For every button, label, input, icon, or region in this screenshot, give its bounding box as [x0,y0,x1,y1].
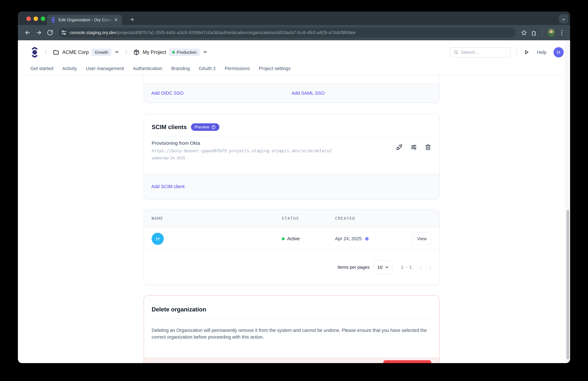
nav-item-user-management[interactable]: User management [86,65,124,72]
nav-item-authentication[interactable]: Authentication [133,65,162,72]
avatar-body [548,33,554,37]
address-bar[interactable]: console.staging.ory.dev/projects/d087b7a… [59,28,516,38]
sliders-icon [410,144,417,150]
delete-scim-client-button[interactable] [424,144,432,151]
nav-item-permissions[interactable]: Permissions [225,65,250,72]
row-avatar: H [152,233,164,245]
search-icon [453,50,459,55]
app-header: / ACME Corp Growth / My Project Producti… [18,40,570,64]
sso-card-footer: Add OIDC SSO Add SAML SSO [144,84,439,102]
chevron-down-icon [385,265,389,269]
nav-item-branding[interactable]: Branding [171,65,190,72]
plan-badge: Growth [92,49,111,56]
page-scrollbar[interactable] [565,40,570,363]
macos-close-button[interactable] [26,17,31,21]
scim-clients-card: SCIM clients Preview Provisioning from O… [144,114,440,199]
tab-close-icon[interactable]: ✕ [113,17,119,23]
table-row[interactable]: H Active Apr 24, 2025 View [144,228,439,250]
next-page-button[interactable]: › [429,264,431,270]
browser-profile-avatar[interactable] [547,28,555,37]
preview-badge[interactable]: Preview [191,123,219,131]
browser-window: Edit Organization - Ory Conso ✕ + ⌄ cons… [18,12,570,363]
nav-item-oauth2[interactable]: OAuth 2 [199,65,216,72]
organization-table-card: NAME STATUS CREATED H Active Apr 24, 202… [144,209,440,285]
play-icon [524,49,529,55]
reload-button[interactable] [44,27,56,38]
tab-title: Edit Organization - Ory Conso [59,17,113,22]
breadcrumb-separator: / [126,49,127,56]
workspace-switcher[interactable]: ACME Corp Growth [53,49,119,56]
scrollbar-thumb[interactable] [567,210,569,359]
pagination-row: Items per pages 10 1 - 1 ‹ › [144,250,439,284]
danger-card-footer: This action cannot be undone. Delete org… [144,358,439,363]
breadcrumb-separator: / [45,49,47,56]
scim-client-added-date: added Apr 24, 2025 [152,156,432,160]
workspace-name: ACME Corp [62,49,89,55]
add-oidc-sso-link[interactable]: Add OIDC SSO [151,90,183,96]
browser-menu-button[interactable]: ⋮ [558,27,566,38]
puzzle-icon [531,29,537,36]
nav-item-get-started[interactable]: Get started [30,65,53,72]
package-icon [133,49,140,56]
help-link[interactable]: Help [537,50,546,55]
project-nav: Get started Activity User management Aut… [18,64,570,75]
run-button[interactable] [523,48,530,56]
environment-dot [172,51,175,54]
tab-search-chevron-button[interactable]: ⌄ [559,14,568,23]
reload-icon [47,29,53,36]
forward-button[interactable] [33,27,44,38]
rotate-token-button[interactable] [396,144,403,151]
view-button[interactable]: View [412,233,432,245]
search-box[interactable] [450,47,511,57]
ory-logo[interactable] [30,46,39,59]
scim-client-url: https://busy-beaver-gqwvd0fb79.projects.… [152,148,432,153]
project-switcher[interactable]: My Project Production [133,49,208,56]
configure-mapping-button[interactable] [410,144,417,151]
scim-client-row: Provisioning from Okta https://busy-beav… [144,136,439,160]
nav-item-activity[interactable]: Activity [62,65,77,72]
items-per-page-label: Items per pages [338,265,370,270]
delete-organization-card: Delete organization Deleting an Organiza… [144,295,440,363]
column-header-status: STATUS [282,216,335,221]
chevron-down-icon [114,49,119,55]
created-date: Apr 24, 2025 [335,236,362,241]
new-tab-button[interactable]: + [128,16,136,24]
extensions-button[interactable] [529,27,539,38]
previous-page-button[interactable]: ‹ [420,264,422,270]
delete-organization-button[interactable]: Delete organization [383,360,431,363]
site-info-icon[interactable] [60,29,67,36]
scim-client-actions [396,144,432,151]
status-active-dot [282,237,285,240]
ory-console-page: / ACME Corp Growth / My Project Producti… [18,40,570,363]
environment-badge: Production [169,49,200,56]
page-range: 1 - 1 [401,265,412,270]
preview-badge-label: Preview [194,125,209,130]
items-per-page-select[interactable]: 10 [374,260,393,274]
add-saml-sso-link[interactable]: Add SAML SSO [292,90,325,96]
macos-maximize-button[interactable] [41,17,45,21]
browser-toolbar: console.staging.ory.dev/projects/d087b7a… [18,25,570,40]
avatar-face [550,30,553,33]
search-input[interactable] [461,50,505,55]
environment-label: Production [177,50,196,55]
user-avatar[interactable]: H [553,47,564,57]
status-cell: Active [282,236,335,241]
scim-client-name: Provisioning from Okta [152,140,432,146]
traffic-lights [26,17,45,21]
scim-card-footer: Add SCIM client [144,174,439,199]
url-host: console.staging.ory.dev [70,30,116,35]
add-scim-client-link[interactable]: Add SCIM client [151,184,185,189]
danger-card-title: Delete organization [144,296,439,313]
star-icon [521,29,527,36]
nav-item-project-settings[interactable]: Project settings [259,65,291,72]
chevron-down-icon [203,49,208,55]
back-button[interactable] [22,27,33,38]
back-icon [24,29,31,36]
toolbar-divider [542,29,542,37]
bookmark-star-button[interactable] [519,27,529,38]
macos-minimize-button[interactable] [34,17,38,21]
header-divider [516,48,517,56]
tab-bar: Edit Organization - Ory Conso ✕ + ⌄ [18,12,570,25]
table-header-row: NAME STATUS CREATED [144,209,439,228]
browser-tab[interactable]: Edit Organization - Ory Conso ✕ [47,15,122,25]
